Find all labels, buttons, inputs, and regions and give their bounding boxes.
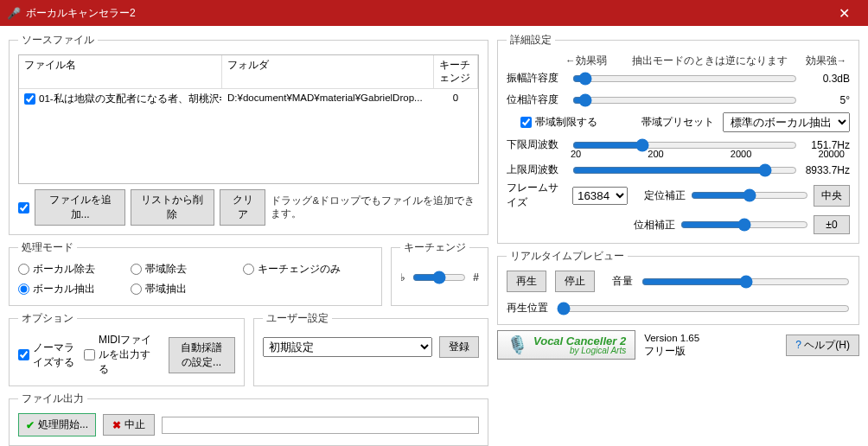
amp-value: 0.3dB bbox=[802, 73, 850, 85]
band-preset-select[interactable]: 標準のボーカル抽出 bbox=[723, 112, 850, 132]
position-slider[interactable] bbox=[557, 302, 850, 315]
phase-tol-value: 5° bbox=[802, 94, 850, 106]
help-button[interactable]: ? ヘルプ(H) bbox=[786, 334, 859, 356]
close-button[interactable]: ✕ bbox=[827, 5, 861, 22]
position-label: 再生位置 bbox=[507, 301, 548, 315]
mode-key-only[interactable]: キーチェンジのみ bbox=[243, 262, 373, 277]
volume-label: 音量 bbox=[612, 274, 633, 289]
key-change-slider[interactable] bbox=[412, 271, 466, 284]
high-freq-value: 8933.7Hz bbox=[802, 164, 850, 176]
check-icon: ✔ bbox=[26, 419, 35, 431]
logo-title: Vocal Canceller 2 bbox=[533, 335, 626, 347]
remove-list-button[interactable]: リストから削除 bbox=[131, 189, 214, 226]
edition-text: フリー版 bbox=[644, 345, 699, 358]
register-button[interactable]: 登録 bbox=[439, 336, 479, 358]
version-box: Version 1.65 フリー版 bbox=[644, 332, 699, 358]
phase-tol-label: 位相許容度 bbox=[507, 92, 567, 107]
progress-bar bbox=[162, 417, 479, 434]
source-file-group: ソースファイル ファイル名 フォルダ キーチェンジ 01-私は地獄の支配者になる… bbox=[9, 33, 488, 235]
col-filename[interactable]: ファイル名 bbox=[19, 55, 222, 88]
logo-box: 🎙️ Vocal Canceller 2 by Logical Arts bbox=[497, 330, 635, 360]
low-freq-label: 下限周波数 bbox=[507, 137, 567, 152]
key-change-group: キーチェンジ ♭ # bbox=[391, 240, 488, 306]
effect-hint: ←効果弱 抽出モードのときは逆になります 効果強→ bbox=[507, 54, 850, 67]
add-file-button[interactable]: ファイルを追加... bbox=[35, 189, 125, 226]
file-table-header: ファイル名 フォルダ キーチェンジ bbox=[19, 55, 478, 89]
window-title: ボーカルキャンセラー2 bbox=[26, 6, 827, 21]
mode-vocal-extract[interactable]: ボーカル抽出 bbox=[18, 282, 131, 296]
volume-slider[interactable] bbox=[641, 275, 850, 289]
key-change-legend: キーチェンジ bbox=[400, 240, 469, 255]
band-limit-checkbox[interactable]: 帯域制限する bbox=[520, 115, 597, 130]
low-freq-slider[interactable] bbox=[572, 138, 797, 152]
stop-button[interactable]: ✖中止 bbox=[103, 414, 155, 436]
source-file-legend: ソースファイル bbox=[18, 33, 98, 48]
flat-label: ♭ bbox=[400, 271, 405, 284]
app-icon: 🎤 bbox=[7, 7, 21, 20]
frame-size-label: フレームサイズ bbox=[507, 181, 567, 210]
phase-corr-label: 位相補正 bbox=[507, 218, 675, 233]
midi-output-checkbox[interactable]: MIDIファイルを出力する bbox=[84, 333, 160, 377]
phase-corr-slider[interactable] bbox=[680, 218, 808, 232]
phase-zero-button[interactable]: ±0 bbox=[814, 215, 850, 234]
play-button[interactable]: 再生 bbox=[507, 271, 546, 292]
title-bar: 🎤 ボーカルキャンセラー2 ✕ bbox=[0, 0, 868, 26]
center-button[interactable]: 中央 bbox=[814, 185, 850, 207]
process-mode-legend: 処理モード bbox=[18, 240, 77, 255]
col-folder[interactable]: フォルダ bbox=[222, 55, 434, 88]
file-row-checkbox[interactable] bbox=[24, 93, 35, 105]
user-settings-group: ユーザー設定 初期設定 登録 bbox=[253, 311, 489, 386]
microphone-icon: 🎙️ bbox=[507, 334, 528, 355]
normalize-checkbox[interactable]: ノーマライズする bbox=[18, 341, 75, 370]
x-icon: ✖ bbox=[112, 419, 121, 431]
select-all-checkbox[interactable] bbox=[18, 202, 29, 213]
clear-button[interactable]: クリア bbox=[220, 189, 266, 226]
high-freq-label: 上限周波数 bbox=[507, 162, 567, 177]
process-mode-group: 処理モード ボーカル除去 帯域除去 キーチェンジのみ ボーカル抽出 帯域抽出 bbox=[9, 240, 382, 306]
file-row-name: 01-私は地獄の支配者になる者、胡桃沢=... bbox=[39, 92, 222, 105]
realtime-preview-group: リアルタイムプレビュー 再生 停止 音量 再生位置 bbox=[497, 249, 859, 325]
file-output-legend: ファイル出力 bbox=[18, 392, 87, 406]
band-preset-label: 帯域プリセット bbox=[641, 115, 714, 130]
realtime-preview-legend: リアルタイムプレビュー bbox=[507, 249, 628, 264]
options-legend: オプション bbox=[18, 311, 77, 326]
sharp-label: # bbox=[473, 271, 479, 284]
file-row-folder: D:¥document¥MAD¥material¥GabrielDrop... bbox=[222, 89, 434, 110]
amp-slider[interactable] bbox=[572, 72, 797, 86]
file-row-key: 0 bbox=[434, 89, 478, 110]
loc-corr-label: 定位補正 bbox=[638, 188, 686, 203]
start-button[interactable]: ✔処理開始... bbox=[18, 413, 96, 436]
col-keychange[interactable]: キーチェンジ bbox=[434, 55, 478, 88]
file-table[interactable]: ファイル名 フォルダ キーチェンジ 01-私は地獄の支配者になる者、胡桃沢=..… bbox=[18, 54, 479, 184]
user-settings-legend: ユーザー設定 bbox=[263, 311, 332, 326]
options-group: オプション ノーマライズする MIDIファイルを出力する 自動採譜の設定... bbox=[9, 311, 245, 386]
file-table-row[interactable]: 01-私は地獄の支配者になる者、胡桃沢=... D:¥document¥MAD¥… bbox=[19, 89, 478, 110]
auto-score-button[interactable]: 自動採譜の設定... bbox=[169, 337, 235, 373]
mode-vocal-remove[interactable]: ボーカル除去 bbox=[18, 262, 131, 277]
user-preset-select[interactable]: 初期設定 bbox=[263, 337, 433, 357]
drag-drop-hint: ドラッグ&ドロップでもファイルを追加できます。 bbox=[271, 194, 479, 220]
high-freq-slider[interactable] bbox=[572, 163, 797, 177]
frame-size-select[interactable]: 16384 bbox=[572, 187, 628, 205]
detail-settings-legend: 詳細設定 bbox=[507, 33, 555, 48]
logo-subtitle: by Logical Arts bbox=[533, 347, 626, 355]
amp-label: 振幅許容度 bbox=[507, 71, 567, 86]
rt-stop-button[interactable]: 停止 bbox=[555, 271, 595, 292]
file-output-group: ファイル出力 ✔処理開始... ✖中止 bbox=[9, 392, 488, 446]
loc-corr-slider[interactable] bbox=[691, 188, 808, 202]
detail-settings-group: 詳細設定 ←効果弱 抽出モードのときは逆になります 効果強→ 振幅許容度 0.3… bbox=[497, 33, 859, 244]
mode-band-remove[interactable]: 帯域除去 bbox=[131, 262, 243, 277]
version-text: Version 1.65 bbox=[644, 332, 699, 345]
phase-tol-slider[interactable] bbox=[572, 93, 797, 107]
mode-band-extract[interactable]: 帯域抽出 bbox=[131, 282, 243, 296]
